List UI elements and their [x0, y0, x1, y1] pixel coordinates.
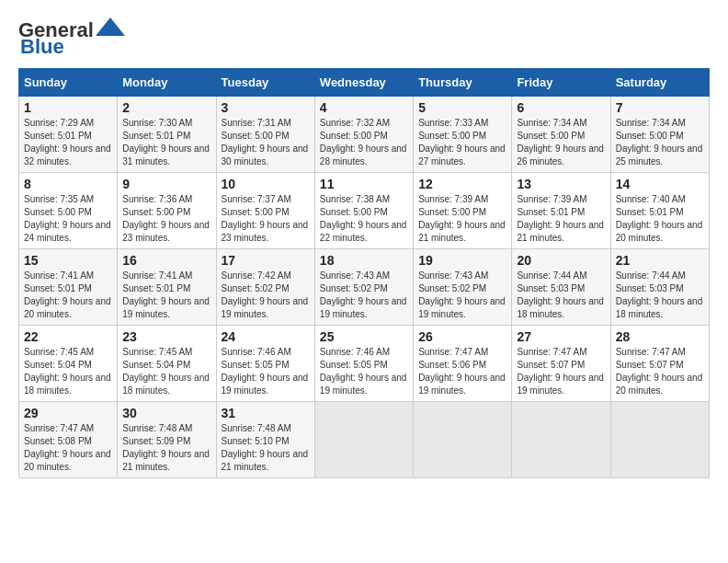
day-number: 26: [418, 329, 506, 344]
day-number: 23: [122, 329, 210, 344]
day-number: 27: [517, 329, 605, 344]
calendar-row: 8Sunrise: 7:35 AMSunset: 5:00 PMDaylight…: [19, 173, 710, 249]
calendar-cell: 19Sunrise: 7:43 AMSunset: 5:02 PMDayligh…: [414, 249, 512, 326]
calendar-cell: 31Sunrise: 7:48 AMSunset: 5:10 PMDayligh…: [216, 402, 314, 478]
day-number: 2: [122, 100, 210, 115]
day-info: Sunrise: 7:37 AMSunset: 5:00 PMDaylight:…: [222, 194, 309, 243]
calendar-cell: 13Sunrise: 7:39 AMSunset: 5:01 PMDayligh…: [512, 173, 610, 249]
day-info: Sunrise: 7:39 AMSunset: 5:01 PMDaylight:…: [517, 194, 604, 243]
day-info: Sunrise: 7:46 AMSunset: 5:05 PMDaylight:…: [320, 347, 407, 396]
calendar-cell: 7Sunrise: 7:34 AMSunset: 5:00 PMDaylight…: [610, 97, 709, 173]
calendar-cell: 23Sunrise: 7:45 AMSunset: 5:04 PMDayligh…: [118, 326, 216, 402]
calendar-cell: 9Sunrise: 7:36 AMSunset: 5:00 PMDaylight…: [118, 173, 216, 249]
svg-marker-0: [96, 17, 125, 36]
calendar-table: SundayMondayTuesdayWednesdayThursdayFrid…: [18, 68, 710, 478]
day-number: 20: [517, 253, 605, 268]
day-number: 18: [320, 253, 408, 268]
calendar-row: 15Sunrise: 7:41 AMSunset: 5:01 PMDayligh…: [19, 249, 710, 326]
day-number: 28: [616, 329, 704, 344]
day-info: Sunrise: 7:47 AMSunset: 5:08 PMDaylight:…: [24, 423, 111, 472]
day-info: Sunrise: 7:45 AMSunset: 5:04 PMDaylight:…: [24, 347, 111, 396]
day-info: Sunrise: 7:39 AMSunset: 5:00 PMDaylight:…: [418, 194, 506, 243]
logo-blue: Blue: [20, 35, 64, 59]
calendar-cell: [610, 402, 709, 478]
calendar-cell: 28Sunrise: 7:47 AMSunset: 5:07 PMDayligh…: [610, 326, 709, 402]
calendar-cell: 22Sunrise: 7:45 AMSunset: 5:04 PMDayligh…: [19, 326, 118, 402]
day-number: 29: [24, 406, 112, 420]
day-info: Sunrise: 7:32 AMSunset: 5:00 PMDaylight:…: [320, 118, 407, 167]
day-number: 17: [222, 253, 310, 268]
day-info: Sunrise: 7:38 AMSunset: 5:00 PMDaylight:…: [320, 194, 407, 243]
day-info: Sunrise: 7:29 AMSunset: 5:01 PMDaylight:…: [24, 118, 111, 167]
day-info: Sunrise: 7:34 AMSunset: 5:00 PMDaylight:…: [517, 118, 604, 167]
calendar-cell: 14Sunrise: 7:40 AMSunset: 5:01 PMDayligh…: [610, 173, 709, 249]
calendar-cell: 5Sunrise: 7:33 AMSunset: 5:00 PMDaylight…: [414, 97, 512, 173]
day-info: Sunrise: 7:43 AMSunset: 5:02 PMDaylight:…: [320, 270, 407, 319]
calendar-cell: 24Sunrise: 7:46 AMSunset: 5:05 PMDayligh…: [216, 326, 314, 402]
day-info: Sunrise: 7:44 AMSunset: 5:03 PMDaylight:…: [517, 270, 604, 319]
calendar-cell: 1Sunrise: 7:29 AMSunset: 5:01 PMDaylight…: [19, 97, 118, 173]
calendar-cell: [314, 402, 413, 478]
col-header-friday: Friday: [512, 69, 610, 97]
calendar-row: 1Sunrise: 7:29 AMSunset: 5:01 PMDaylight…: [19, 97, 710, 173]
day-number: 15: [24, 253, 112, 268]
day-info: Sunrise: 7:45 AMSunset: 5:04 PMDaylight:…: [122, 347, 210, 396]
day-number: 21: [616, 253, 704, 268]
calendar-cell: 27Sunrise: 7:47 AMSunset: 5:07 PMDayligh…: [512, 326, 610, 402]
day-number: 14: [616, 177, 704, 191]
calendar-cell: 26Sunrise: 7:47 AMSunset: 5:06 PMDayligh…: [414, 326, 512, 402]
calendar-row: 22Sunrise: 7:45 AMSunset: 5:04 PMDayligh…: [19, 326, 710, 402]
day-info: Sunrise: 7:48 AMSunset: 5:10 PMDaylight:…: [222, 423, 309, 472]
day-info: Sunrise: 7:47 AMSunset: 5:07 PMDaylight:…: [616, 347, 703, 396]
col-header-thursday: Thursday: [414, 69, 512, 97]
day-info: Sunrise: 7:30 AMSunset: 5:01 PMDaylight:…: [122, 118, 210, 167]
day-info: Sunrise: 7:47 AMSunset: 5:06 PMDaylight:…: [418, 347, 506, 396]
day-number: 8: [24, 177, 112, 191]
day-number: 16: [122, 253, 210, 268]
calendar-cell: 10Sunrise: 7:37 AMSunset: 5:00 PMDayligh…: [216, 173, 314, 249]
calendar-cell: 17Sunrise: 7:42 AMSunset: 5:02 PMDayligh…: [216, 249, 314, 326]
day-info: Sunrise: 7:42 AMSunset: 5:02 PMDaylight:…: [222, 270, 309, 319]
calendar-cell: 18Sunrise: 7:43 AMSunset: 5:02 PMDayligh…: [314, 249, 413, 326]
day-number: 30: [122, 406, 210, 420]
col-header-wednesday: Wednesday: [314, 69, 413, 97]
logo-icon: [96, 17, 125, 36]
day-info: Sunrise: 7:31 AMSunset: 5:00 PMDaylight:…: [222, 118, 309, 167]
day-number: 31: [222, 406, 310, 420]
day-number: 10: [222, 177, 310, 191]
day-info: Sunrise: 7:46 AMSunset: 5:05 PMDaylight:…: [222, 347, 309, 396]
day-info: Sunrise: 7:35 AMSunset: 5:00 PMDaylight:…: [24, 194, 111, 243]
calendar-cell: [414, 402, 512, 478]
day-number: 13: [517, 177, 605, 191]
calendar-cell: 30Sunrise: 7:48 AMSunset: 5:09 PMDayligh…: [118, 402, 216, 478]
day-number: 3: [222, 100, 310, 115]
day-number: 5: [418, 100, 506, 115]
calendar-cell: 2Sunrise: 7:30 AMSunset: 5:01 PMDaylight…: [118, 97, 216, 173]
calendar-cell: 15Sunrise: 7:41 AMSunset: 5:01 PMDayligh…: [19, 249, 118, 326]
calendar-row: 29Sunrise: 7:47 AMSunset: 5:08 PMDayligh…: [19, 402, 710, 478]
day-info: Sunrise: 7:48 AMSunset: 5:09 PMDaylight:…: [122, 423, 210, 472]
day-info: Sunrise: 7:33 AMSunset: 5:00 PMDaylight:…: [418, 118, 506, 167]
calendar-header-row: SundayMondayTuesdayWednesdayThursdayFrid…: [19, 69, 710, 97]
calendar-cell: 3Sunrise: 7:31 AMSunset: 5:00 PMDaylight…: [216, 97, 314, 173]
calendar-cell: 12Sunrise: 7:39 AMSunset: 5:00 PMDayligh…: [414, 173, 512, 249]
calendar-cell: [512, 402, 610, 478]
day-number: 24: [222, 329, 310, 344]
day-number: 22: [24, 329, 112, 344]
day-number: 19: [418, 253, 506, 268]
col-header-tuesday: Tuesday: [216, 69, 314, 97]
calendar-cell: 4Sunrise: 7:32 AMSunset: 5:00 PMDaylight…: [314, 97, 413, 173]
day-info: Sunrise: 7:44 AMSunset: 5:03 PMDaylight:…: [616, 270, 703, 319]
day-number: 25: [320, 329, 408, 344]
calendar-cell: 6Sunrise: 7:34 AMSunset: 5:00 PMDaylight…: [512, 97, 610, 173]
page-header: General Blue: [18, 18, 710, 59]
calendar-cell: 8Sunrise: 7:35 AMSunset: 5:00 PMDaylight…: [19, 173, 118, 249]
calendar-cell: 29Sunrise: 7:47 AMSunset: 5:08 PMDayligh…: [19, 402, 118, 478]
day-number: 11: [320, 177, 408, 191]
col-header-monday: Monday: [118, 69, 216, 97]
day-info: Sunrise: 7:43 AMSunset: 5:02 PMDaylight:…: [418, 270, 506, 319]
day-number: 6: [517, 100, 605, 115]
day-number: 12: [418, 177, 506, 191]
day-number: 9: [122, 177, 210, 191]
col-header-saturday: Saturday: [610, 69, 709, 97]
